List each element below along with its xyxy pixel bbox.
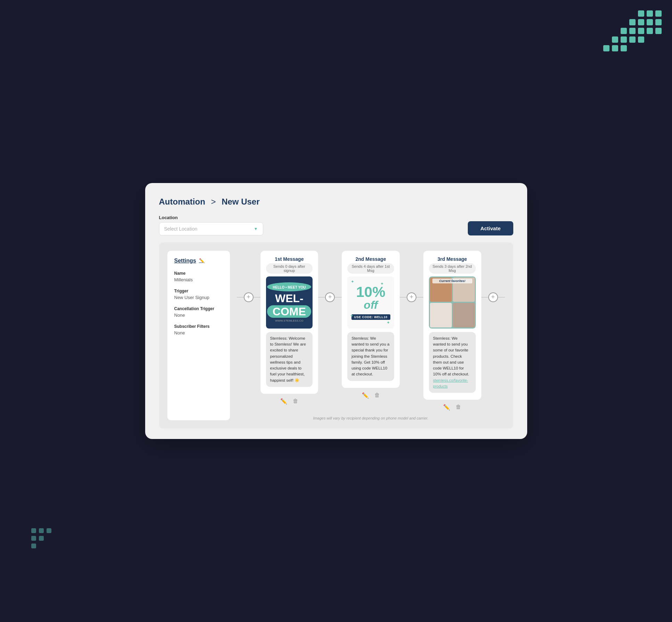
settings-filters-label: Subscriber Filters [174,324,223,329]
sparkle-icon-1: ✦ [351,279,354,284]
settings-cancellation-value: None [174,313,223,318]
connector-1-2: + [318,251,342,302]
message-1-wrapper: 1st Message Sends 0 days after signup HE… [260,251,318,405]
message-3-image: Current favorites! [429,276,476,329]
settings-field-cancellation: Cancellation Trigger None [174,306,223,318]
message-3-body-text: Stemless: We wanted to send you some of … [433,336,469,376]
message-3-link[interactable]: stemless.co/favorite-products [433,378,468,388]
settings-trigger-label: Trigger [174,289,223,293]
settings-field-filters: Subscriber Filters None [174,324,223,335]
settings-panel: Settings ✏️ Name Millenials Trigger New … [167,251,230,420]
message-3-delete-icon[interactable]: 🗑 [456,404,461,410]
message-1-title: 1st Message [266,256,313,262]
edit-icon[interactable]: ✏️ [199,258,205,263]
fav-cell-4 [453,303,475,327]
settings-title: Settings ✏️ [174,258,223,264]
settings-field-name: Name Millenials [174,271,223,282]
settings-name-value: Millenials [174,277,223,282]
message-3-header: 3rd Message Sends 3 days after 2nd Msg [429,256,476,274]
message-2-actions: ✏️ 🗑 [362,392,380,399]
settings-field-trigger: Trigger New User Signup [174,289,223,300]
message-1-delete-icon[interactable]: 🗑 [293,398,298,405]
settings-name-label: Name [174,271,223,276]
message-1-edit-icon[interactable]: ✏️ [280,398,287,405]
settings-title-text: Settings [174,258,196,264]
location-label: Location [159,215,263,220]
connector-before-1: + [237,251,260,302]
message-card-1: 1st Message Sends 0 days after signup HE… [260,251,318,394]
settings-trigger-value: New User Signup [174,295,223,300]
add-before-first-button[interactable]: + [244,292,254,302]
breadcrumb-parent[interactable]: Automation [159,197,205,206]
main-card: Automation > New User Location Select Lo… [145,183,527,439]
message-3-subtitle: Sends 3 days after 2nd Msg [429,263,476,274]
activate-button[interactable]: Activate [468,221,513,235]
favorites-image: Current favorites! [429,276,476,329]
message-2-image: ✦ ✦ ✦ ✦ 10% off USE CODE: WELL10 [347,276,394,329]
location-group: Location Select Location ▼ [159,215,263,235]
content-area: Settings ✏️ Name Millenials Trigger New … [159,242,513,429]
message-2-header: 2nd Message Sends 4 days after 1st Msg [347,256,394,274]
chevron-down-icon: ▼ [254,226,258,231]
discount-percent: 10% [356,285,385,299]
settings-filters-value: None [174,330,223,335]
breadcrumb-separator: > [211,197,216,206]
message-2-edit-icon[interactable]: ✏️ [362,392,369,399]
message-3-body: Stemless: We wanted to send you some of … [429,332,476,393]
message-2-wrapper: 2nd Message Sends 4 days after 1st Msg ✦… [342,251,400,399]
add-between-2-3-button[interactable]: + [407,292,416,302]
message-1-actions: ✏️ 🗑 [280,398,298,405]
discount-off: off [364,299,378,312]
use-code-badge: USE CODE: WELL10 [351,314,390,320]
message-card-2: 2nd Message Sends 4 days after 1st Msg ✦… [342,251,400,388]
footer-note: Images will vary by recipient depending … [237,416,505,420]
message-1-subtitle: Sends 0 days after signup [266,263,313,274]
location-select-placeholder: Select Location [164,226,198,232]
welcome-image: HELLO • MEET YOU WEL- COME WWW.STEMLESS.… [266,276,313,329]
sparkle-icon-4: ✦ [387,320,390,325]
message-3-title: 3rd Message [429,256,476,262]
message-3-actions: ✏️ 🗑 [443,404,461,410]
discount-image: ✦ ✦ ✦ ✦ 10% off USE CODE: WELL10 [347,276,394,329]
favorites-label: Current favorites! [432,279,472,283]
message-1-image: HELLO • MEET YOU WEL- COME WWW.STEMLESS.… [266,276,313,329]
sparkle-icon-3: ✦ [350,313,354,318]
message-3-edit-icon[interactable]: ✏️ [443,404,450,410]
message-2-delete-icon[interactable]: 🗑 [374,392,380,399]
fav-cell-3 [430,303,452,327]
message-2-body: Stemless: We wanted to send you a specia… [347,332,394,381]
message-2-subtitle: Sends 4 days after 1st Msg [347,263,394,274]
settings-cancellation-label: Cancellation Trigger [174,306,223,311]
breadcrumb-current: New User [222,197,259,206]
message-card-3: 3rd Message Sends 3 days after 2nd Msg C… [423,251,481,400]
add-after-last-button[interactable]: + [488,292,498,302]
message-3-wrapper: 3rd Message Sends 3 days after 2nd Msg C… [423,251,481,410]
location-dropdown[interactable]: Select Location ▼ [159,222,263,235]
message-1-header: 1st Message Sends 0 days after signup [266,256,313,274]
messages-row: + 1st Message Sends 0 days after signup [237,251,505,410]
message-2-title: 2nd Message [347,256,394,262]
sparkle-icon-2: ✦ [380,281,384,286]
location-activate-row: Location Select Location ▼ Activate [159,215,513,235]
connector-2-3: + [400,251,423,302]
add-between-1-2-button[interactable]: + [325,292,335,302]
message-1-body: Stemless: Welcome to Stemless! We are ex… [266,332,313,387]
messages-area: + 1st Message Sends 0 days after signup [237,251,505,420]
connector-after-3: + [481,251,505,302]
breadcrumb: Automation > New User [159,197,513,207]
